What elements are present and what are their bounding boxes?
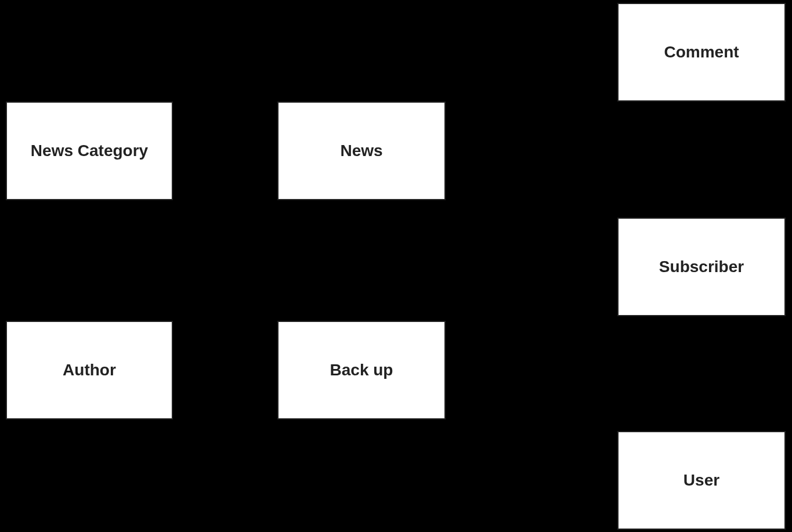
box-label: Back up bbox=[330, 361, 393, 379]
box-news: News bbox=[277, 102, 446, 200]
box-subscriber: Subscriber bbox=[617, 218, 786, 316]
box-label: Author bbox=[63, 361, 116, 379]
box-label: Comment bbox=[664, 43, 739, 61]
box-user: User bbox=[617, 431, 786, 530]
box-label: News bbox=[340, 142, 382, 160]
box-author: Author bbox=[6, 321, 173, 419]
box-label: Subscriber bbox=[659, 258, 744, 276]
box-backup: Back up bbox=[277, 321, 446, 419]
box-label: News Category bbox=[31, 142, 148, 160]
box-comment: Comment bbox=[617, 3, 786, 102]
box-label: User bbox=[683, 471, 719, 490]
box-news-category: News Category bbox=[6, 102, 173, 200]
